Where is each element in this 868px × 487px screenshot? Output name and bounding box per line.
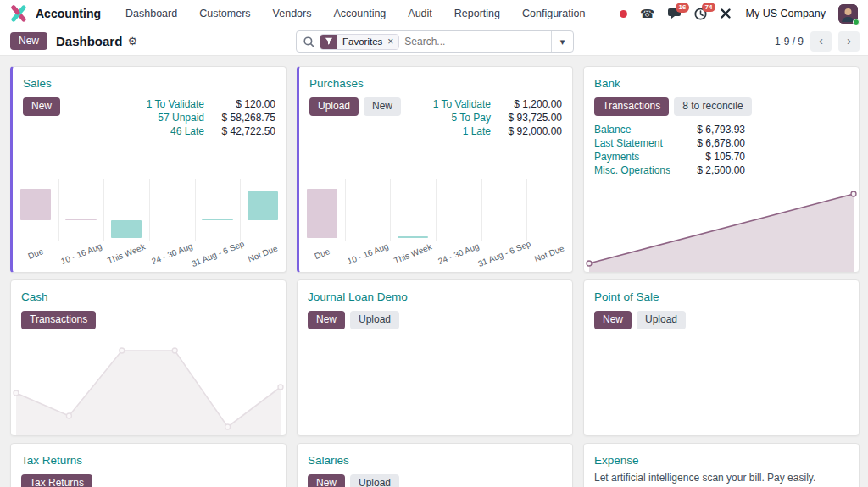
bank-balance-amount: $ 6,793.93 — [674, 123, 745, 136]
pager-range: 1-9 / 9 — [775, 36, 804, 47]
journal-title-purchases[interactable]: Purchases — [309, 77, 364, 90]
top-navbar: Accounting Dashboard Customers Vendors A… — [0, 0, 868, 27]
facet-label: Favorites — [337, 35, 387, 49]
tools-icon[interactable] — [720, 8, 732, 19]
purchases-bar-chart: Due10 - 16 AugThis Week24 - 30 Aug31 Aug… — [299, 179, 572, 272]
journal-row: 1 To Validate $ 120.00 — [96, 97, 275, 111]
user-avatar[interactable] — [838, 4, 858, 24]
bank-misc-operations-amount: $ 2,500.00 — [674, 163, 745, 177]
salaries-upload-button[interactable]: Upload — [350, 474, 399, 487]
journal-row: 46 Late $ 42,722.50 — [96, 125, 275, 138]
messages-icon[interactable]: 16 — [668, 8, 682, 19]
journal-card-cash: Cash Transactions — [10, 279, 287, 436]
purchases-late-link[interactable]: 1 Late — [401, 125, 491, 138]
journal-card-expense: Expense Let artificial intelligence scan… — [583, 443, 860, 487]
app-name[interactable]: Accounting — [36, 7, 101, 20]
app-logo-icon — [10, 5, 27, 22]
search-dropdown-caret-icon[interactable]: ▾ — [551, 31, 573, 52]
cash-transactions-button[interactable]: Transactions — [21, 311, 96, 329]
sales-to-validate-amount: $ 120.00 — [204, 97, 275, 111]
journal-row: Last Statement $ 6,678.00 — [594, 136, 745, 150]
journal-title-tax-returns[interactable]: Tax Returns — [21, 454, 82, 467]
sales-bar-chart: Due10 - 16 AugThis Week24 - 30 Aug31 Aug… — [13, 179, 286, 272]
journal-card-point-of-sale: Point of Sale New Upload — [583, 279, 860, 436]
journal-card-bank: Bank Transactions 8 to reconcile Balance… — [583, 66, 860, 273]
sales-unpaid-amount: $ 58,268.75 — [204, 111, 275, 125]
pos-upload-button[interactable]: Upload — [637, 311, 686, 329]
sales-late-link[interactable]: 46 Late — [96, 125, 204, 138]
journal-card-purchases: Purchases Upload New 1 To Validate $ 1,2… — [297, 66, 573, 273]
pager-previous-button[interactable]: ‹ — [810, 31, 832, 52]
filter-funnel-icon — [320, 35, 337, 49]
bank-last-statement-amount: $ 6,678.00 — [674, 136, 745, 150]
journal-card-salaries: Salaries New Upload — [297, 443, 573, 487]
journal-title-expense[interactable]: Expense — [594, 454, 639, 467]
journal-row: 1 To Validate $ 1,200.00 — [401, 97, 562, 111]
activities-badge: 74 — [702, 3, 716, 13]
bank-line-chart — [584, 184, 859, 272]
purchases-upload-button[interactable]: Upload — [309, 97, 359, 116]
pager-next-button[interactable]: › — [838, 31, 860, 52]
journal-row: Balance $ 6,793.93 — [594, 123, 745, 136]
sales-unpaid-link[interactable]: 57 Unpaid — [96, 111, 204, 125]
loan-demo-new-button[interactable]: New — [308, 311, 345, 329]
expense-subtitle: Let artificial intelligence scan your bi… — [594, 472, 849, 484]
search-bar[interactable]: Favorites × ▾ — [296, 30, 574, 53]
nav-item-configuration[interactable]: Configuration — [513, 8, 594, 19]
journal-row: 1 Late $ 92,000.00 — [401, 125, 562, 138]
nav-item-audit[interactable]: Audit — [398, 8, 442, 19]
online-status-dot — [853, 19, 860, 25]
bank-reconcile-button[interactable]: 8 to reconcile — [674, 97, 751, 116]
sales-new-button[interactable]: New — [23, 97, 60, 116]
purchases-to-pay-amount: $ 93,725.00 — [491, 111, 562, 125]
voip-phone-icon[interactable]: ☎ — [640, 8, 654, 19]
nav-item-vendors[interactable]: Vendors — [264, 8, 321, 19]
search-icon — [303, 36, 314, 47]
nav-item-customers[interactable]: Customers — [190, 8, 259, 19]
tax-returns-button[interactable]: Tax Returns — [21, 474, 92, 487]
journal-row: Payments $ 105.70 — [594, 150, 745, 163]
bank-transactions-button[interactable]: Transactions — [594, 97, 669, 116]
bank-payments-amount: $ 105.70 — [674, 150, 745, 163]
journal-card-loan-demo: Journal Loan Demo New Upload — [297, 279, 573, 436]
nav-item-dashboard[interactable]: Dashboard — [116, 8, 186, 19]
pos-new-button[interactable]: New — [594, 311, 632, 329]
nav-item-accounting[interactable]: Accounting — [324, 8, 395, 19]
journal-title-loan-demo[interactable]: Journal Loan Demo — [308, 291, 408, 303]
company-switcher[interactable]: My US Company — [746, 8, 826, 19]
journal-title-cash[interactable]: Cash — [21, 291, 48, 303]
facet-close-icon[interactable]: × — [387, 35, 398, 49]
journal-title-sales[interactable]: Sales — [23, 77, 52, 90]
nav-item-reporting[interactable]: Reporting — [445, 8, 509, 19]
new-button[interactable]: New — [10, 32, 47, 51]
purchases-late-amount: $ 92,000.00 — [491, 125, 562, 138]
bank-last-statement-link[interactable]: Last Statement — [594, 136, 674, 150]
page-title: Dashboard — [56, 34, 122, 48]
journal-row: Misc. Operations $ 2,500.00 — [594, 163, 745, 177]
salaries-new-button[interactable]: New — [308, 474, 345, 487]
purchases-new-button[interactable]: New — [364, 97, 401, 116]
journal-row: 57 Unpaid $ 58,268.75 — [96, 111, 275, 125]
journal-dashboard: Sales New 1 To Validate $ 120.00 57 Unpa… — [0, 56, 868, 487]
sales-to-validate-link[interactable]: 1 To Validate — [96, 97, 204, 111]
journal-title-bank[interactable]: Bank — [594, 77, 620, 90]
journal-row: 5 To Pay $ 93,725.00 — [401, 111, 562, 125]
purchases-to-pay-link[interactable]: 5 To Pay — [401, 111, 491, 125]
sales-late-amount: $ 42,722.50 — [204, 125, 275, 138]
search-input[interactable] — [399, 36, 551, 47]
journal-title-point-of-sale[interactable]: Point of Sale — [594, 291, 659, 303]
purchases-to-validate-link[interactable]: 1 To Validate — [401, 97, 491, 111]
journal-card-sales: Sales New 1 To Validate $ 120.00 57 Unpa… — [10, 66, 287, 273]
activities-clock-icon[interactable]: 74 — [694, 8, 707, 20]
bank-balance-link[interactable]: Balance — [594, 123, 674, 136]
view-settings-gear-icon[interactable]: ⚙ — [127, 35, 137, 47]
pager: 1-9 / 9 ‹ › — [775, 31, 860, 52]
bank-payments-link[interactable]: Payments — [594, 150, 674, 163]
purchases-to-validate-amount: $ 1,200.00 — [491, 97, 562, 111]
recording-status-dot — [620, 10, 627, 18]
journal-card-tax-returns: Tax Returns Tax Returns — [10, 443, 287, 487]
journal-title-salaries[interactable]: Salaries — [308, 454, 349, 467]
messages-badge: 16 — [676, 3, 690, 13]
bank-misc-operations-link[interactable]: Misc. Operations — [594, 163, 674, 177]
loan-demo-upload-button[interactable]: Upload — [350, 311, 399, 329]
